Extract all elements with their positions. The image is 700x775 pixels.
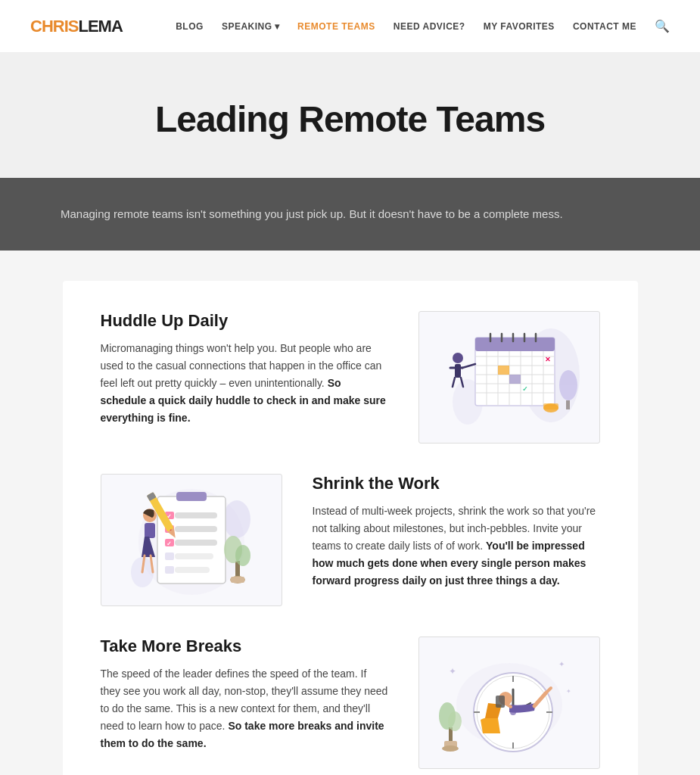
intro-band: Managing remote teams isn't something yo… xyxy=(0,178,700,251)
svg-rect-82 xyxy=(496,696,505,708)
svg-line-29 xyxy=(462,364,475,368)
section-huddle: Huddle Up Daily Micromanaging things won… xyxy=(101,311,600,444)
svg-text:✕: ✕ xyxy=(545,356,551,363)
svg-rect-38 xyxy=(176,492,207,501)
section-huddle-title: Huddle Up Daily xyxy=(101,311,388,331)
section-breaks-image: ✦ ✦ ✦ xyxy=(418,636,600,769)
svg-text:✦: ✦ xyxy=(449,666,456,677)
page-title: Leading Remote Teams xyxy=(30,98,670,140)
checklist-illustration: ✓ ✓ ✓ xyxy=(116,474,267,606)
nav-blog[interactable]: BLOG xyxy=(176,21,204,32)
svg-rect-20 xyxy=(498,366,509,375)
main-nav: BLOG SPEAKING ▾ REMOTE TEAMS NEED ADVICE… xyxy=(176,19,670,33)
svg-point-35 xyxy=(223,500,250,538)
section-breaks-body: The speed of the leader defines the spee… xyxy=(101,665,388,752)
svg-rect-53 xyxy=(145,523,155,538)
svg-rect-21 xyxy=(509,375,521,384)
svg-line-27 xyxy=(453,378,455,387)
logo[interactable]: CHRISLEMA xyxy=(30,17,123,36)
svg-text:✓: ✓ xyxy=(522,385,528,393)
section-shrink-image: ✓ ✓ ✓ xyxy=(101,474,282,606)
section-breaks-title: Take More Breaks xyxy=(101,636,388,656)
main-content: Huddle Up Daily Micromanaging things won… xyxy=(0,251,700,775)
svg-rect-25 xyxy=(455,364,461,378)
site-header: CHRISLEMA BLOG SPEAKING ▾ REMOTE TEAMS N… xyxy=(0,0,700,53)
nav-my-favorites[interactable]: MY FAVORITES xyxy=(484,21,555,32)
section-breaks-text: Take More Breaks The speed of the leader… xyxy=(101,636,388,752)
nav-contact-me[interactable]: CONTACT ME xyxy=(573,21,636,32)
section-shrink-text: Shrink the Work Instead of multi-week pr… xyxy=(313,474,600,590)
nav-remote-teams[interactable]: REMOTE TEAMS xyxy=(297,21,375,32)
logo-lema: LEMA xyxy=(78,17,122,36)
content-card: Huddle Up Daily Micromanaging things won… xyxy=(63,281,638,775)
svg-rect-48 xyxy=(165,552,174,560)
calendar-illustration: ✕ ✓ xyxy=(434,319,585,436)
breaks-illustration: ✦ ✦ ✦ xyxy=(434,644,585,761)
svg-point-62 xyxy=(235,545,250,566)
svg-rect-33 xyxy=(543,403,558,409)
svg-point-24 xyxy=(453,353,463,363)
nav-speaking[interactable]: SPEAKING ▾ xyxy=(222,21,279,32)
intro-text: Managing remote teams isn't something yo… xyxy=(61,205,639,223)
svg-text:✓: ✓ xyxy=(166,540,172,547)
section-shrink-title: Shrink the Work xyxy=(313,474,600,493)
section-shrink: ✓ ✓ ✓ xyxy=(101,474,600,606)
logo-chris: CHRIS xyxy=(30,17,78,36)
hero-section: Leading Remote Teams xyxy=(0,53,700,178)
section-shrink-body: Instead of multi-week projects, shrink t… xyxy=(313,503,600,590)
svg-rect-64 xyxy=(231,577,244,583)
chevron-down-icon: ▾ xyxy=(275,21,280,32)
section-breaks: Take More Breaks The speed of the leader… xyxy=(101,636,600,769)
search-icon[interactable]: 🔍 xyxy=(655,19,670,33)
svg-rect-3 xyxy=(475,338,555,351)
section-huddle-body: Micromanaging things won't help you. But… xyxy=(101,340,388,427)
svg-rect-50 xyxy=(165,566,174,574)
nav-need-advice[interactable]: NEED ADVICE? xyxy=(394,21,465,32)
svg-point-87 xyxy=(442,745,459,752)
section-huddle-text: Huddle Up Daily Micromanaging things won… xyxy=(101,311,388,427)
svg-point-30 xyxy=(559,370,577,400)
svg-text:✦: ✦ xyxy=(558,660,565,668)
section-huddle-image: ✕ ✓ xyxy=(418,311,600,444)
svg-rect-31 xyxy=(566,400,570,409)
svg-point-85 xyxy=(448,711,462,731)
svg-text:✦: ✦ xyxy=(566,688,571,695)
